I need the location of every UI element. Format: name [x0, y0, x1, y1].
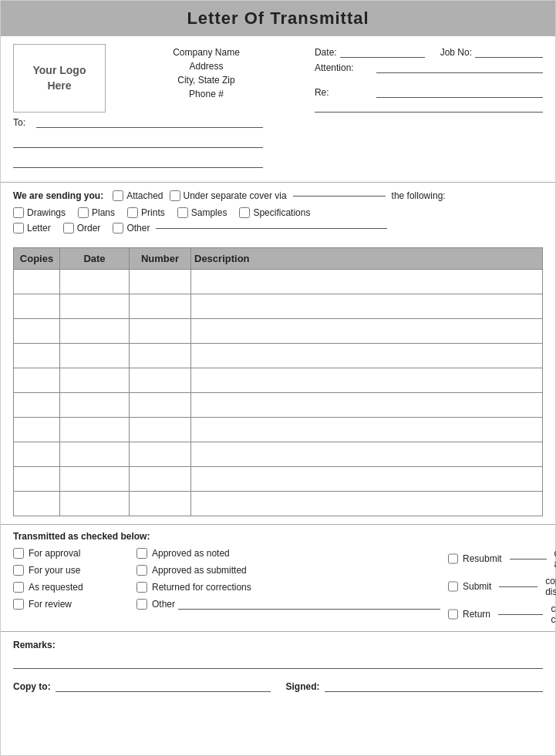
company-address: Address [113, 61, 299, 72]
approved-as-submitted-label: Approved as submitted [152, 565, 247, 576]
cell-date [60, 393, 130, 418]
page-title: Letter Of Transmittal [1, 8, 555, 29]
resubmit-checkbox[interactable] [448, 553, 458, 564]
date-line [340, 57, 425, 58]
sending-label: We are sending you: [13, 190, 103, 201]
samples-checkbox[interactable] [177, 207, 188, 218]
cell-copies [14, 319, 60, 344]
cell-number [130, 467, 191, 492]
for-your-use-checkbox[interactable] [13, 565, 24, 576]
return-checkbox[interactable] [448, 609, 458, 620]
as-requested-checkbox[interactable] [13, 582, 24, 593]
cell-copies [14, 344, 60, 368]
samples-label: Samples [191, 207, 227, 218]
cell-number [130, 270, 191, 294]
drawings-checkbox[interactable] [13, 207, 24, 218]
cell-desc [191, 467, 543, 492]
col-header-date: Date [60, 248, 130, 270]
transmitted-section: Transmitted as checked below: For approv… [1, 524, 555, 631]
submit-item: Submit copies for distribution [448, 576, 556, 597]
jobno-label: Job No: [440, 47, 472, 58]
copy-to-label: Copy to: [13, 681, 51, 692]
returned-for-corrections-item: Returned for corrections [136, 582, 440, 593]
approved-as-submitted-checkbox[interactable] [136, 565, 147, 576]
submit-line [499, 586, 537, 587]
other-sending-checkbox[interactable] [113, 223, 123, 234]
sending-header: We are sending you: Attached Under separ… [13, 190, 543, 201]
to-line [36, 127, 263, 128]
for-review-checkbox[interactable] [13, 599, 24, 610]
table-row [14, 467, 543, 492]
top-section: Your Logo Here Company Name Address City… [1, 36, 555, 117]
cell-number [130, 418, 191, 442]
prints-checkbox[interactable] [127, 207, 138, 218]
transmitted-title: Transmitted as checked below: [13, 531, 543, 542]
remarks-section: Remarks: [1, 631, 555, 672]
transmitted-col-1: For approval For your use As requested F… [13, 548, 129, 625]
cell-desc [191, 294, 543, 319]
under-separate-checkbox[interactable] [170, 190, 180, 201]
return-item: Return corrected copies [448, 603, 556, 625]
other-sending-line [156, 228, 387, 229]
cell-number [130, 294, 191, 319]
jobno-line [475, 57, 543, 58]
drawings-item: Drawings [13, 207, 66, 218]
cell-copies [14, 368, 60, 393]
sending-row-1: Drawings Plans Prints Samples Specificat… [13, 207, 543, 218]
plans-label: Plans [92, 207, 115, 218]
logo-text: Your Logo Here [33, 63, 86, 93]
samples-item: Samples [177, 207, 227, 218]
resubmit-label: Resubmit [463, 553, 502, 564]
table-section: Copies Date Number Description [1, 247, 555, 524]
specifications-label: Specifications [253, 207, 310, 218]
right-info: Date: Job No: Attention: Re: [299, 44, 543, 113]
table-row [14, 319, 543, 344]
approved-as-noted-checkbox[interactable] [136, 548, 147, 559]
signed-field: Signed: [286, 681, 544, 692]
other-trans-checkbox[interactable] [136, 599, 147, 610]
letter-checkbox[interactable] [13, 223, 24, 234]
jobno-field: Job No: [440, 47, 543, 58]
specifications-checkbox[interactable] [239, 207, 250, 218]
table-row [14, 492, 543, 516]
col-header-description: Description [191, 248, 543, 270]
approved-as-noted-item: Approved as noted [136, 548, 440, 559]
for-approval-checkbox[interactable] [13, 548, 24, 559]
col-header-number: Number [130, 248, 191, 270]
company-info: Company Name Address City, State Zip Pho… [113, 44, 299, 113]
plans-checkbox[interactable] [78, 207, 89, 218]
cell-date [60, 270, 130, 294]
transmitted-col-3: Resubmit copies for approval Submit copi… [448, 548, 556, 625]
attached-checkbox[interactable] [113, 190, 123, 201]
right-address [278, 117, 544, 174]
cell-copies [14, 492, 60, 516]
drawings-label: Drawings [27, 207, 66, 218]
attention-line [376, 72, 543, 73]
cell-date [60, 442, 130, 467]
other-trans-item: Other [136, 599, 175, 610]
sending-section: We are sending you: Attached Under separ… [1, 182, 555, 243]
other-sending-item: Other [113, 223, 387, 234]
for-review-label: For review [29, 599, 72, 610]
prints-label: Prints [141, 207, 165, 218]
copy-to-field: Copy to: [13, 681, 271, 692]
cell-number [130, 442, 191, 467]
order-checkbox[interactable] [63, 223, 74, 234]
cell-date [60, 467, 130, 492]
table-header-row: Copies Date Number Description [14, 248, 543, 270]
page: Letter Of Transmittal Your Logo Here Com… [0, 0, 556, 756]
cell-desc [191, 442, 543, 467]
submit-checkbox[interactable] [448, 581, 458, 592]
re-label: Re: [315, 87, 376, 98]
left-address: To: [13, 117, 278, 174]
re-line [376, 97, 543, 98]
cell-date [60, 492, 130, 516]
other-trans-row: Other [136, 599, 440, 610]
other-trans-label: Other [152, 599, 175, 610]
as-requested-label: As requested [29, 582, 83, 593]
cell-date [60, 294, 130, 319]
cell-desc [191, 319, 543, 344]
cell-desc [191, 393, 543, 418]
returned-for-corrections-checkbox[interactable] [136, 582, 147, 593]
under-separate-item: Under separate cover via the following: [170, 190, 446, 201]
